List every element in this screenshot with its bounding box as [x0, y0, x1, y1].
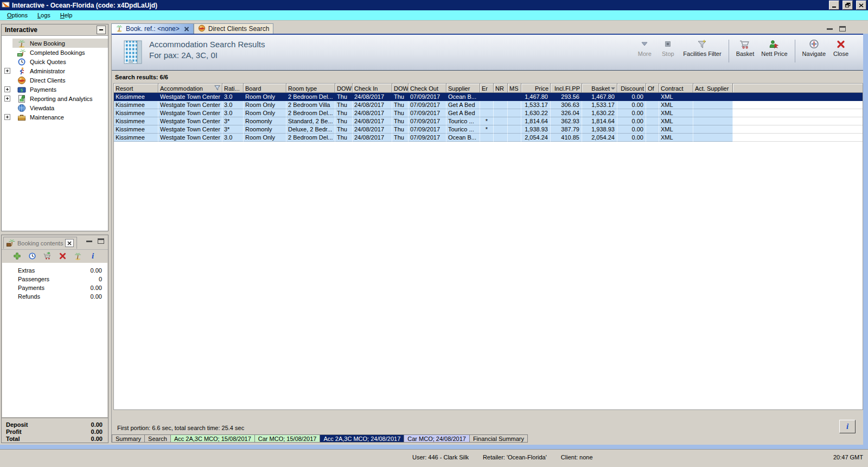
bottom-tab-search[interactable]: Search [145, 434, 171, 443]
expand-icon[interactable] [4, 68, 10, 74]
table-cell: Westgate Town Center [158, 93, 222, 101]
column-header-label: Er [482, 85, 492, 92]
column-header-supplier[interactable]: Supplier [446, 84, 480, 93]
table-cell: 07/09/2017 [409, 101, 446, 109]
column-header-incl-fl-pp[interactable]: Incl.Fl.PP [551, 84, 582, 93]
window-edge-horizontal [0, 445, 868, 449]
sidebar-item-quick-quotes[interactable]: Quick Quotes [2, 57, 108, 66]
booking-contents-tab[interactable]: Booking contents [3, 237, 77, 249]
column-header-rati[interactable]: Rati... [222, 84, 244, 93]
table-cell: 3.0 [222, 93, 244, 101]
viewdata-icon [17, 104, 26, 112]
column-header-accommodation[interactable]: Accommodation [158, 84, 222, 93]
basket-transfer-icon[interactable] [43, 251, 52, 261]
sidebar-item-maintenance[interactable]: Maintenance [2, 112, 108, 122]
column-header-check-in[interactable]: Check In [353, 84, 392, 93]
table-cell [693, 109, 733, 117]
info-button[interactable]: i [839, 420, 856, 433]
table-row[interactable]: KissimmeeWestgate Town Center3.0Room Onl… [114, 93, 863, 101]
sidebar-item-payments[interactable]: $Payments [2, 85, 108, 94]
table-cell: 0.00 [617, 101, 646, 109]
column-header-dow[interactable]: DOW [392, 84, 409, 93]
restore-button[interactable] [843, 1, 853, 10]
column-header-discount[interactable]: Discount [617, 84, 646, 93]
window-title: Interactive - Ocean-Florida (code: x4Dpd… [12, 2, 826, 9]
column-header-label: Of [648, 85, 657, 92]
column-header-price[interactable]: Price [521, 84, 551, 93]
sidebar-item-reporting-and-analytics[interactable]: Reporting and Analytics [2, 94, 108, 103]
column-header-room-type[interactable]: Room type [286, 84, 335, 93]
filter-funnel-icon[interactable] [214, 85, 220, 92]
sidebar-item-completed-bookings[interactable]: Completed Bookings [2, 48, 108, 57]
add-item-icon[interactable] [12, 251, 22, 261]
column-header-basket[interactable]: Basket [582, 84, 617, 93]
column-header-act-supplier[interactable]: Act. Supplier [693, 84, 733, 93]
column-header-label: Incl.Fl.PP [552, 85, 580, 92]
table-cell [480, 101, 494, 109]
menu-options[interactable]: Options [2, 11, 33, 20]
column-header-dow[interactable]: DOW [335, 84, 353, 93]
tab-close-icon[interactable] [184, 27, 189, 31]
table-cell [508, 125, 521, 134]
bottom-tab-summary[interactable]: Summary [112, 434, 145, 443]
table-row[interactable]: KissimmeeWestgate Town Center3.0Room Onl… [114, 101, 863, 109]
compass-icon [809, 39, 819, 49]
table-row[interactable]: KissimmeeWestgate Town Center3.0Room Onl… [114, 109, 863, 117]
column-header-board[interactable]: Board [244, 84, 286, 93]
expand-icon[interactable] [4, 96, 10, 102]
column-header-ms[interactable]: MS [508, 84, 521, 93]
table-cell [480, 93, 494, 101]
booking-panel-minimize-icon[interactable] [86, 241, 92, 242]
menu-logs[interactable]: Logs [33, 11, 55, 20]
navigate-button[interactable]: Navigate [802, 39, 826, 57]
table-cell: 3.0 [222, 109, 244, 117]
table-cell: 0.00 [617, 125, 646, 134]
stop-button: Stop [660, 39, 676, 57]
expand-icon[interactable] [4, 86, 10, 92]
sidebar-item-administrator[interactable]: Administrator [2, 66, 108, 75]
sidebar-item-viewdata[interactable]: Viewdata [2, 103, 108, 112]
palm-tree-icon[interactable] [73, 251, 82, 261]
column-header-er[interactable]: Er [480, 84, 494, 93]
expand-icon[interactable] [4, 114, 10, 120]
column-header-contract[interactable]: Contract [659, 84, 693, 93]
quote-clock-icon[interactable] [28, 251, 37, 261]
bottom-tab-financial-summary[interactable]: Financial Summary [470, 434, 528, 443]
booking-panel-close-icon[interactable] [65, 239, 74, 247]
bottom-tab-car-mco-24-08-2017[interactable]: Car MCO; 24/08/2017 [404, 434, 470, 443]
collapse-panel-button[interactable] [97, 26, 106, 34]
delete-icon[interactable] [58, 251, 67, 261]
column-header-resort[interactable]: Resort [114, 84, 158, 93]
minimize-button[interactable] [829, 1, 839, 10]
tab-direct-clients-search[interactable]: Direct Clients Search [194, 23, 274, 34]
column-header-of[interactable]: Of [646, 84, 659, 93]
sidebar-item-new-booking[interactable]: New Booking [2, 39, 108, 48]
close-button[interactable] [856, 1, 866, 10]
sidebar-item-direct-clients[interactable]: Direct Clients [2, 75, 108, 85]
facilities-filter-button[interactable]: Facilities Filter [683, 39, 721, 57]
table-cell: Thu [392, 93, 409, 101]
table-row[interactable]: KissimmeeWestgate Town Center3*RoomonlyD… [114, 125, 863, 134]
bottom-tab-car-mco-15-08-2017[interactable]: Car MCO; 15/08/2017 [255, 434, 321, 443]
bottom-tab-bar: SummarySearchAcc 2A,3C MCO; 15/08/2017Ca… [112, 434, 863, 443]
menu-help[interactable]: Help [55, 11, 78, 20]
bottom-tab-acc-2a-3c-mco-15-08-2017[interactable]: Acc 2A,3C MCO; 15/08/2017 [171, 434, 255, 443]
info-icon[interactable]: i [88, 251, 98, 261]
column-header-label: Rati... [224, 85, 241, 92]
main-panel-maximize-icon[interactable] [839, 26, 846, 31]
sidebar-item-label: Administrator [28, 67, 67, 75]
table-row[interactable]: KissimmeeWestgate Town Center3.0Room Onl… [114, 134, 863, 142]
table-row[interactable]: KissimmeeWestgate Town Center3*RoomonlyS… [114, 117, 863, 125]
booking-panel-maximize-icon[interactable] [98, 238, 104, 244]
bottom-tab-acc-2a-3c-mco-24-08-2017[interactable]: Acc 2A,3C MCO; 24/08/2017 [320, 434, 404, 443]
navigation-tree: New BookingCompleted BookingsQuick Quote… [2, 36, 108, 122]
basket-button[interactable]: Basket [736, 39, 755, 57]
nett-price-button[interactable]: Nett Price [761, 39, 787, 57]
main-panel-minimize-icon[interactable] [827, 28, 833, 30]
close-results-button[interactable]: Close [833, 39, 849, 57]
column-header-label: DOW [337, 85, 352, 92]
column-header-check-out[interactable]: Check Out [409, 84, 446, 93]
table-cell [646, 117, 659, 125]
tab-book-ref[interactable]: Book. ref.: <none> [111, 23, 194, 34]
column-header-nr[interactable]: NR [494, 84, 508, 93]
